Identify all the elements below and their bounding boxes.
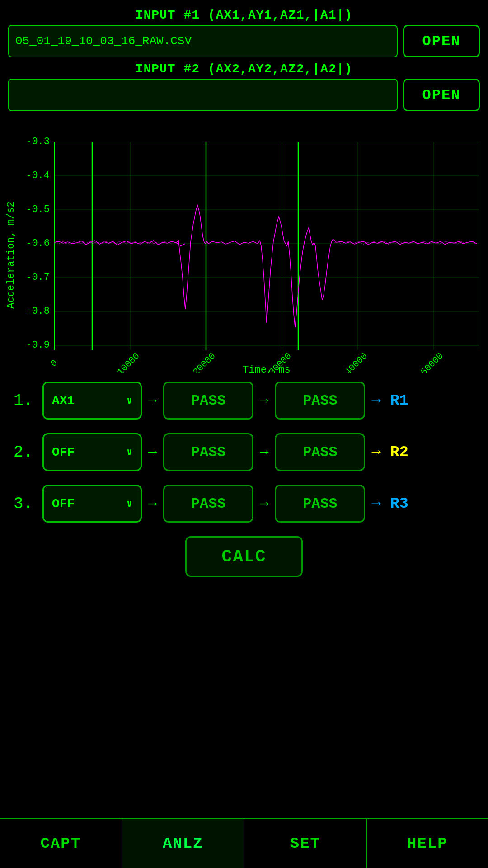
nav-help-button[interactable]: HELP [367,819,488,868]
row3-result: → R3 [371,495,408,512]
input1-row: INPUT #1 (AX1,AY1,AZ1,|A1|) OPEN [8,8,480,57]
chevron-down-icon: ∨ [127,395,132,407]
row2-result: → R2 [371,443,408,461]
row3-dropdown-value: OFF [52,497,75,511]
chart-svg: Acceleration, m/s2 -0.3 -0.4 -0.5 -0.6 -… [5,119,483,373]
svg-text:-0.3: -0.3 [26,136,50,147]
chevron-down-icon-2: ∨ [127,446,132,458]
input1-field[interactable] [8,25,398,57]
row3-dropdown[interactable]: OFF ∨ [42,485,142,523]
svg-text:-0.4: -0.4 [26,170,50,181]
row1-pass2-button[interactable]: PASS [275,382,365,420]
row1-pass1-button[interactable]: PASS [163,382,253,420]
svg-text:-0.6: -0.6 [26,238,50,249]
filter-rows-section: 1. AX1 ∨ → PASS → PASS → R1 2. OFF ∨ → P… [0,373,488,523]
row3-pass1-button[interactable]: PASS [163,485,253,523]
row1-arrow2: → [260,392,268,409]
chevron-down-icon-3: ∨ [127,498,132,510]
open2-button[interactable]: OPEN [403,79,480,111]
input2-label: INPUT #2 (AX2,AY2,AZ2,|A2|) [8,62,480,76]
svg-text:-0.8: -0.8 [26,306,50,317]
row1-dropdown-value: AX1 [52,394,75,408]
input2-row: INPUT #2 (AX2,AY2,AZ2,|A2|) OPEN [8,62,480,111]
row1-num: 1. [14,392,36,410]
row2-dropdown[interactable]: OFF ∨ [42,433,142,471]
filter-row-1: 1. AX1 ∨ → PASS → PASS → R1 [14,382,474,420]
svg-text:Time, ms: Time, ms [243,364,291,373]
nav-anlz-button[interactable]: ANLZ [122,819,245,868]
svg-rect-0 [5,119,483,373]
row3-num: 3. [14,495,36,513]
row3-pass2-button[interactable]: PASS [275,485,365,523]
row1-arrow1: → [148,392,157,409]
row2-arrow2: → [260,444,268,461]
top-section: INPUT #1 (AX1,AY1,AZ1,|A1|) OPEN INPUT #… [0,0,488,111]
row1-result: → R1 [371,392,408,409]
open1-button[interactable]: OPEN [403,25,480,57]
row2-pass1-button[interactable]: PASS [163,433,253,471]
row2-pass2-button[interactable]: PASS [275,433,365,471]
input1-label: INPUT #1 (AX1,AY1,AZ1,|A1|) [8,8,480,22]
bottom-nav: CAPT ANLZ SET HELP [0,818,488,868]
svg-text:-0.7: -0.7 [26,272,50,283]
row3-arrow1: → [148,495,157,512]
input2-field[interactable] [8,79,398,111]
svg-text:Acceleration, m/s2: Acceleration, m/s2 [5,201,17,309]
row3-arrow2: → [260,495,268,512]
row1-dropdown[interactable]: AX1 ∨ [42,382,142,420]
calc-section: CALC [0,536,488,577]
filter-row-3: 3. OFF ∨ → PASS → PASS → R3 [14,485,474,523]
svg-text:-0.9: -0.9 [26,340,50,351]
row2-arrow1: → [148,444,157,461]
calc-button[interactable]: CALC [185,536,303,577]
nav-capt-button[interactable]: CAPT [0,819,122,868]
row2-dropdown-value: OFF [52,445,75,459]
svg-text:-0.5: -0.5 [26,204,50,215]
filter-row-2: 2. OFF ∨ → PASS → PASS → R2 [14,433,474,471]
row2-num: 2. [14,443,36,462]
chart-container: Acceleration, m/s2 -0.3 -0.4 -0.5 -0.6 -… [5,119,483,373]
nav-set-button[interactable]: SET [244,819,367,868]
